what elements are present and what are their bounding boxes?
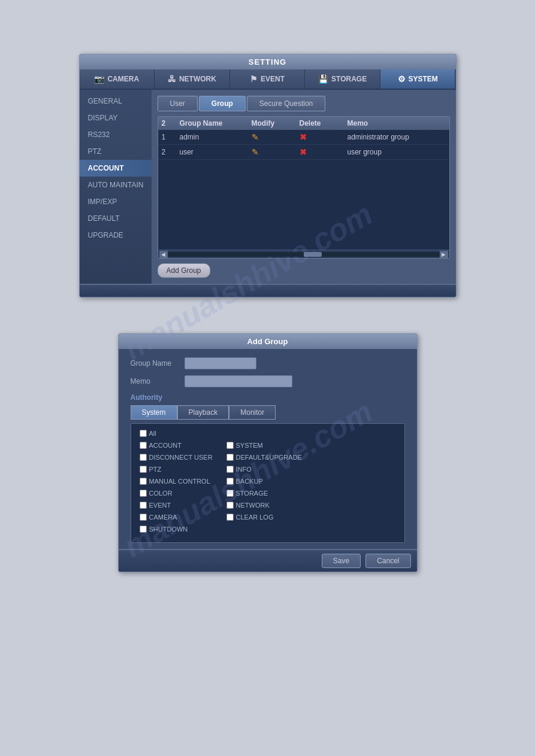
sidebar-item-account[interactable]: ACCOUNT bbox=[80, 160, 152, 177]
table-row: 2 user ✎ ✖ user group bbox=[158, 145, 449, 160]
checkbox-ptz-input[interactable] bbox=[140, 466, 147, 473]
content-area: User Group Secure Question 2 Group Name … bbox=[152, 90, 456, 284]
memo-label: Memo bbox=[131, 377, 185, 385]
tab-system[interactable]: ⚙ SYSTEM bbox=[380, 69, 456, 89]
event-icon: ⚑ bbox=[250, 74, 258, 84]
save-button[interactable]: Save bbox=[322, 554, 361, 568]
checkbox-shutdown-input[interactable] bbox=[140, 526, 147, 533]
checkbox-account-input[interactable] bbox=[140, 442, 147, 449]
group-name-row: Group Name bbox=[131, 357, 405, 369]
add-group-body: Group Name Memo Authority System Playbac… bbox=[119, 349, 417, 549]
sidebar-item-general[interactable]: GENERAL bbox=[80, 93, 152, 110]
checkbox-network-input[interactable] bbox=[226, 502, 234, 509]
scroll-thumb[interactable] bbox=[304, 252, 322, 257]
tab-network[interactable]: 🖧 NETWORK bbox=[155, 69, 230, 89]
checkbox-info: INFO bbox=[226, 466, 313, 473]
checkbox-disconnect-user-input[interactable] bbox=[140, 454, 147, 461]
memo-row: Memo bbox=[131, 375, 405, 387]
group-table: 2 Group Name Modify Delete Memo 1 admin … bbox=[158, 116, 450, 259]
authority-tabs: System Playback Monitor bbox=[131, 405, 405, 420]
group-name-input[interactable] bbox=[185, 357, 256, 369]
sidebar: GENERAL DISPLAY RS232 PTZ ACCOUNT AUTO M… bbox=[80, 90, 152, 284]
setting-bottom-bar bbox=[80, 284, 456, 297]
checkbox-all-input[interactable] bbox=[140, 430, 147, 437]
checkbox-event-input[interactable] bbox=[140, 502, 147, 509]
checkbox-clear-log-input[interactable] bbox=[226, 514, 234, 521]
setting-title: SETTING bbox=[80, 54, 456, 69]
scroll-right-arrow[interactable]: ▶ bbox=[440, 251, 448, 258]
checkbox-color-input[interactable] bbox=[140, 490, 147, 497]
storage-icon: 💾 bbox=[318, 74, 328, 84]
tab-event[interactable]: ⚑ EVENT bbox=[230, 69, 306, 89]
checkbox-account: ACCOUNT bbox=[140, 442, 226, 449]
auth-tab-playback[interactable]: Playback bbox=[177, 405, 229, 420]
camera-icon: 📷 bbox=[94, 74, 104, 84]
checkbox-storage-input[interactable] bbox=[226, 490, 234, 497]
checkbox-backup-input[interactable] bbox=[226, 478, 234, 485]
horizontal-scrollbar: ◀ ▶ bbox=[158, 250, 449, 258]
checkbox-grid: ACCOUNT SYSTEM DISCONNECT USER DEFA bbox=[140, 442, 396, 535]
memo-input[interactable] bbox=[185, 375, 292, 387]
checkbox-info-input[interactable] bbox=[226, 466, 234, 473]
checkbox-color: COLOR bbox=[140, 490, 226, 497]
scroll-left-arrow[interactable]: ◀ bbox=[159, 251, 168, 258]
checkbox-ptz: PTZ bbox=[140, 466, 226, 473]
sidebar-item-default[interactable]: DEFAULT bbox=[80, 210, 152, 227]
edit-icon-user[interactable]: ✎ bbox=[252, 147, 259, 157]
tab-storage[interactable]: 💾 STORAGE bbox=[305, 69, 380, 89]
cancel-button[interactable]: Cancel bbox=[365, 554, 410, 568]
tab-camera[interactable]: 📷 CAMERA bbox=[80, 69, 155, 89]
tab-group[interactable]: Group bbox=[199, 96, 246, 111]
sidebar-item-upgrade[interactable]: UPGRADE bbox=[80, 227, 152, 244]
sidebar-item-ptz[interactable]: PTZ bbox=[80, 143, 152, 160]
add-group-title: Add Group bbox=[119, 334, 417, 349]
checkbox-default-upgrade-input[interactable] bbox=[226, 454, 234, 461]
auth-tab-monitor[interactable]: Monitor bbox=[229, 405, 276, 420]
checkbox-storage: STORAGE bbox=[226, 490, 313, 497]
all-checkbox-row: All bbox=[140, 430, 396, 441]
add-group-dialog: Add Group Group Name Memo Authority Syst… bbox=[118, 333, 418, 572]
checkbox-event: EVENT bbox=[140, 502, 226, 509]
checkbox-system-input[interactable] bbox=[226, 442, 234, 449]
group-name-label: Group Name bbox=[131, 359, 185, 368]
delete-icon-user[interactable]: ✖ bbox=[300, 147, 307, 157]
sidebar-item-display[interactable]: DISPLAY bbox=[80, 110, 152, 126]
account-tab-bar: User Group Secure Question bbox=[158, 96, 450, 111]
network-icon: 🖧 bbox=[168, 74, 176, 84]
delete-icon-admin[interactable]: ✖ bbox=[300, 132, 307, 142]
checkbox-system: SYSTEM bbox=[226, 442, 313, 449]
authority-section: Authority System Playback Monitor bbox=[131, 393, 405, 543]
main-content: GENERAL DISPLAY RS232 PTZ ACCOUNT AUTO M… bbox=[80, 90, 456, 284]
sidebar-item-imp-exp[interactable]: IMP/EXP bbox=[80, 193, 152, 210]
checkbox-default-upgrade: DEFAULT&UPGRADE bbox=[226, 454, 313, 461]
table-header: 2 Group Name Modify Delete Memo bbox=[158, 117, 449, 130]
checkbox-camera-input[interactable] bbox=[140, 514, 147, 521]
checkbox-network: NETWORK bbox=[226, 502, 313, 509]
add-group-button[interactable]: Add Group bbox=[158, 263, 210, 278]
checkbox-all: All bbox=[140, 430, 396, 437]
tab-secure-question[interactable]: Secure Question bbox=[247, 96, 325, 111]
nav-tabs: 📷 CAMERA 🖧 NETWORK ⚑ EVENT 💾 STORAGE ⚙ S… bbox=[80, 69, 456, 90]
checkbox-disconnect-user: DISCONNECT USER bbox=[140, 454, 226, 461]
setting-panel: SETTING 📷 CAMERA 🖧 NETWORK ⚑ EVENT 💾 STO… bbox=[79, 54, 457, 297]
tab-user[interactable]: User bbox=[158, 96, 198, 111]
authority-box: All ACCOUNT SYSTEM bbox=[131, 423, 405, 543]
checkbox-manual-control-input[interactable] bbox=[140, 478, 147, 485]
authority-label: Authority bbox=[131, 393, 405, 402]
checkbox-shutdown: SHUTDOWN bbox=[140, 526, 226, 533]
table-row: 1 admin ✎ ✖ administrator group bbox=[158, 130, 449, 145]
scroll-track[interactable] bbox=[168, 252, 440, 257]
edit-icon-admin[interactable]: ✎ bbox=[252, 132, 259, 142]
auth-tab-system[interactable]: System bbox=[131, 405, 177, 420]
checkbox-backup: BACKUP bbox=[226, 478, 313, 485]
sidebar-item-auto-maintain[interactable]: AUTO MAINTAIN bbox=[80, 177, 152, 193]
system-icon: ⚙ bbox=[398, 74, 406, 84]
checkbox-manual-control: MANUAL CONTROL bbox=[140, 478, 226, 485]
sidebar-item-rs232[interactable]: RS232 bbox=[80, 126, 152, 143]
checkbox-camera: CAMERA bbox=[140, 514, 226, 521]
table-body: 1 admin ✎ ✖ administrator group bbox=[158, 130, 449, 250]
dialog-bottom-bar: Save Cancel bbox=[119, 549, 417, 572]
checkbox-clear-log: CLEAR LOG bbox=[226, 514, 313, 521]
